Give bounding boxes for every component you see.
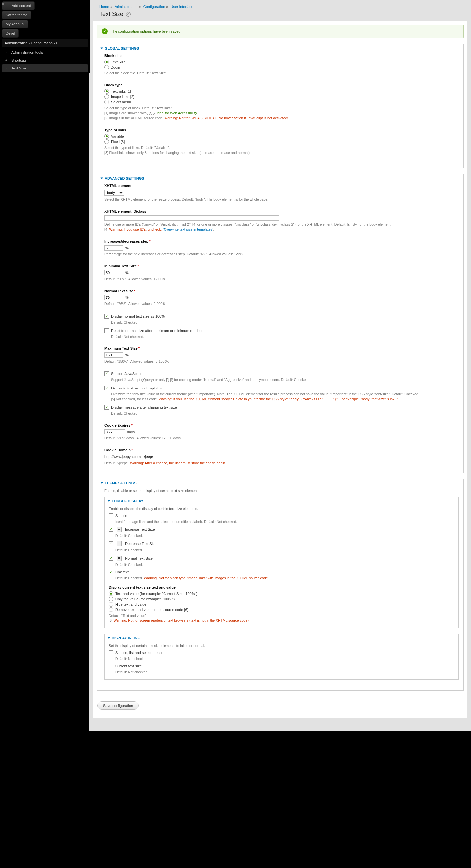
save-button[interactable]: Save configuration: [97, 701, 139, 710]
checkbox-subtitle[interactable]: Subtitle: [108, 513, 454, 518]
description: Default: Not checked.: [115, 656, 454, 661]
radio-icon: [108, 591, 113, 596]
description: Define one or more ID's ("#myid" or "#my…: [104, 222, 459, 232]
description: Default: "76%". Allowed values: 2-999%: [104, 302, 459, 306]
input-step[interactable]: [104, 245, 123, 250]
sidebar-item-admin-tools[interactable]: › Administration tools: [2, 48, 88, 56]
legend-text: GLOBAL SETTINGS: [104, 46, 139, 50]
radio-icon: [104, 89, 109, 94]
group-max: Maximum Text Size* % Default: "150%". Al…: [104, 346, 459, 364]
group-block-type: Block type Text links [1] Image links [2…: [104, 83, 459, 121]
cookie-domain-prefix: http://www.jeepyn.com: [104, 455, 141, 459]
checkbox-increase[interactable]: +Increase Text Size: [108, 527, 454, 532]
checkbox-icon: [104, 371, 109, 376]
checkbox-reset[interactable]: Reset to normal size after maximum or mi…: [104, 328, 459, 333]
legend-advanced-settings[interactable]: ADVANCED SETTINGS: [101, 176, 459, 180]
checkbox-icon: [108, 556, 113, 561]
select-xhtml-element[interactable]: body: [104, 190, 124, 195]
description: Percentage for the next increases or dec…: [104, 252, 459, 257]
group-xhtml-element: XHTML element body Select the XHTML elem…: [104, 184, 459, 202]
breadcrumb: Home» Administration» Configuration» Use…: [99, 5, 461, 9]
checkbox-inline-current[interactable]: Current text size: [108, 664, 454, 669]
input-min[interactable]: [104, 270, 123, 275]
checkbox-icon: [108, 541, 113, 546]
group-normal: Normal Text Size* % Default: "76%". Allo…: [104, 289, 459, 306]
description: Default: Not checked.: [115, 670, 454, 675]
radio-block-type-select-menu[interactable]: Select menu: [104, 100, 459, 104]
radio-icon: [104, 100, 109, 104]
sidebar-btn-my-account[interactable]: My Account: [2, 20, 28, 28]
checkbox-inline-subtitle[interactable]: Subtitle, list and select menu: [108, 650, 454, 655]
radio-icon: [108, 597, 113, 601]
equal-icon: =: [117, 556, 122, 561]
main-region: Home» Administration» Configuration» Use…: [89, 0, 471, 731]
description: Support JavaScript (jQuery) or only PHP …: [111, 377, 459, 382]
radio-display-value-only[interactable]: Only the value (for example: "100%"): [108, 597, 454, 601]
input-xhtml-id-class[interactable]: [104, 215, 279, 221]
checkbox-decrease[interactable]: −Decrease Text Size: [108, 541, 454, 546]
radio-links-variable[interactable]: Variable: [104, 134, 459, 138]
sidebar-btn-switch-theme[interactable]: Switch theme: [2, 10, 31, 19]
radio-display-remove[interactable]: Remove text and value in the source code…: [108, 607, 454, 612]
radio-display-hide[interactable]: Hide text and value: [108, 602, 454, 607]
group-overwrite: Overwrite text size in templates [5] Ove…: [104, 386, 459, 402]
group-display-100: Display normal text size as 100%. Defaul…: [104, 314, 459, 325]
legend-toggle-display[interactable]: TOGGLE DISPLAY: [108, 499, 454, 503]
checkbox-icon: [104, 314, 109, 319]
description: Default: "150%". Allowed values: 3-1000%: [104, 359, 459, 364]
triangle-down-icon: [101, 482, 103, 484]
label-step: Increases/decreases step*: [104, 239, 459, 243]
breadcrumb-link[interactable]: Home: [99, 5, 109, 9]
group-cookie-domain: Cookie Domain* http://www.jeepyn.com Def…: [104, 448, 459, 466]
sidebar-item-text-size[interactable]: › Text Size: [2, 64, 88, 72]
sidebar-btn-add-content[interactable]: Add content: [2, 1, 35, 10]
gear-icon[interactable]: [126, 12, 131, 17]
legend-text: TOGGLE DISPLAY: [112, 499, 143, 503]
label-xhtml-element: XHTML element: [104, 184, 459, 188]
radio-block-title-zoom[interactable]: Zoom: [104, 65, 459, 69]
checkbox-overwrite[interactable]: Overwrite text size in templates [5]: [104, 386, 459, 391]
input-cookie-expires[interactable]: [104, 429, 125, 434]
description: Default: Checked.: [111, 320, 459, 325]
checkbox-display-100[interactable]: Display normal text size as 100%.: [104, 314, 459, 319]
checkbox-icon: [108, 570, 113, 575]
group-cookie-expires: Cookie Expires* days Default: "365" days…: [104, 423, 459, 441]
radio-block-title-text-size[interactable]: Text Size: [104, 60, 459, 64]
legend-theme-settings[interactable]: THEME SETTINGS: [101, 481, 459, 485]
checkbox-support-js[interactable]: Support JavaScript: [104, 371, 459, 376]
input-max[interactable]: [104, 352, 123, 358]
radio-icon: [104, 94, 109, 99]
fieldset-toggle-display: TOGGLE DISPLAY Enable or disable the dis…: [104, 497, 459, 628]
radio-block-type-text-links[interactable]: Text links [1]: [104, 89, 459, 94]
group-xhtml-id-class: XHTML element ID/class Define one or mor…: [104, 210, 459, 232]
legend-global-settings[interactable]: GLOBAL SETTINGS: [101, 46, 459, 50]
radio-links-fixed[interactable]: Fixed [3]: [104, 139, 459, 144]
fieldset-display-inline: DISPLAY INLINE Set the display of certai…: [104, 634, 459, 680]
input-normal[interactable]: [104, 295, 123, 300]
checkbox-normal[interactable]: =Normal Text Size: [108, 556, 454, 561]
legend-text: THEME SETTINGS: [104, 481, 137, 485]
legend-display-inline[interactable]: DISPLAY INLINE: [108, 636, 454, 640]
link-overwrite-anchor[interactable]: "Overwrite text size in templates": [162, 227, 213, 231]
sidebar-btn-devel[interactable]: Devel: [2, 29, 19, 38]
group-support-js: Support JavaScript Support JavaScript (j…: [104, 371, 459, 382]
label-cookie-domain: Cookie Domain*: [104, 448, 459, 452]
group-display-message: Display message after changing text size…: [104, 405, 459, 416]
chevron-right-icon: ›: [5, 50, 9, 54]
label-type-of-links: Type of links: [104, 128, 459, 132]
checkbox-link-text[interactable]: Link text: [108, 570, 454, 575]
sidebar-item-shortcuts[interactable]: + Shortcuts: [2, 56, 88, 64]
breadcrumb-link[interactable]: Configuration: [143, 5, 165, 9]
checkbox-display-message[interactable]: Display message after changing text size: [104, 405, 459, 410]
breadcrumb-link[interactable]: Administration: [115, 5, 138, 9]
description: Default: Checked.: [115, 548, 454, 553]
input-cookie-domain[interactable]: [143, 454, 238, 459]
label-max: Maximum Text Size*: [104, 346, 459, 350]
breadcrumb-link[interactable]: User interface: [170, 5, 193, 9]
close-icon[interactable]: ✕: [1, 2, 4, 6]
page-title-text: Text Size: [99, 10, 123, 18]
triangle-down-icon: [107, 500, 110, 502]
radio-display-text-value[interactable]: Text and value (for example: "Current Si…: [108, 591, 454, 596]
page-header: Home» Administration» Configuration» Use…: [89, 0, 471, 21]
radio-block-type-image-links[interactable]: Image links [2]: [104, 94, 459, 99]
